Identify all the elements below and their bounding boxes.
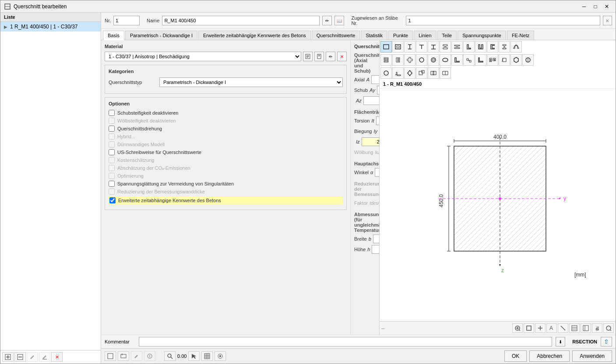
opt-checkbox-9[interactable]	[109, 181, 115, 187]
bottom-btn-snap[interactable]	[215, 351, 226, 361]
apply-button[interactable]: Anwenden	[572, 350, 612, 362]
bottom-btn-3[interactable]	[131, 351, 142, 361]
bottom-btn-cursor[interactable]	[188, 351, 200, 361]
maximize-button[interactable]: □	[590, 2, 601, 11]
cs-winkel-input[interactable]	[375, 168, 379, 177]
cs-axial-input[interactable]	[371, 75, 379, 84]
cs-breite-input[interactable]	[373, 234, 379, 243]
preview-tool-8[interactable]: 🖨	[592, 323, 602, 333]
assigned-input[interactable]	[406, 16, 600, 25]
shape-btn-hex[interactable]	[510, 54, 522, 66]
shape-btn-ring[interactable]	[428, 54, 439, 66]
bottom-btn-zoom[interactable]	[164, 351, 176, 361]
preview-tool-6[interactable]	[569, 323, 580, 333]
shape-btn-r2[interactable]	[416, 67, 427, 79]
shape-btn-z2[interactable]	[463, 54, 475, 66]
preview-tool-3[interactable]	[535, 323, 546, 333]
shape-btn-rect-hollow[interactable]	[392, 41, 404, 52]
material-delete-btn[interactable]: ✕	[337, 52, 347, 61]
shape-btn-t2[interactable]	[428, 41, 439, 52]
shape-btn-i2[interactable]	[440, 41, 451, 52]
opt-checkbox-2[interactable]	[109, 126, 115, 132]
shape-btn-i[interactable]	[404, 41, 415, 52]
shape-btn-r4[interactable]	[440, 67, 451, 79]
shape-btn-i3[interactable]	[451, 41, 463, 52]
shape-btn-trapez[interactable]	[499, 54, 510, 66]
shape-btn-circ3[interactable]	[380, 67, 392, 79]
shape-btn-circ2[interactable]	[522, 54, 534, 66]
bottom-btn-grid[interactable]	[201, 351, 213, 361]
ok-button[interactable]: OK	[504, 350, 527, 362]
tab-basis[interactable]: Basis	[103, 31, 124, 40]
shape-btn-u2[interactable]	[487, 54, 498, 66]
tab-erweiterte[interactable]: Erweiterte zeitabhängige Kennwerte des B…	[198, 31, 311, 40]
opt-checkbox-11[interactable]	[109, 197, 116, 203]
opt-checkbox-5[interactable]	[109, 149, 115, 155]
assigned-btn[interactable]: ✕	[603, 16, 612, 25]
tab-statistik[interactable]: Statistik	[361, 31, 387, 40]
tab-querschnittswerte[interactable]: Querschnittswerte	[312, 31, 360, 40]
opt-checkbox-8[interactable]	[109, 173, 115, 179]
tab-punkte[interactable]: Punkte	[388, 31, 413, 40]
tab-parametrisch[interactable]: Parametrisch - Dickwandige I	[125, 31, 197, 40]
cat-querschnittstyp-select[interactable]: Parametrisch - Dickwandige I	[159, 77, 343, 87]
shape-btn-rect[interactable]	[380, 41, 392, 52]
bottom-btn-4[interactable]	[144, 351, 155, 361]
sidebar-delete-btn[interactable]: ✕	[51, 352, 63, 362]
preview-tool-2[interactable]	[524, 323, 534, 333]
tab-fe-netz[interactable]: FE-Netz	[507, 31, 534, 40]
opt-checkbox-1[interactable]	[109, 118, 115, 124]
kommentar-input[interactable]	[139, 337, 552, 346]
cs-hoehe-input[interactable]	[372, 245, 379, 254]
sidebar-edit-btn2[interactable]	[39, 352, 50, 362]
shape-btn-i4[interactable]	[380, 54, 392, 66]
shape-btn-dia[interactable]	[404, 67, 415, 79]
opt-checkbox-7[interactable]	[109, 165, 115, 171]
close-button[interactable]: ✕	[602, 2, 612, 11]
cancel-button[interactable]: Abbrechen	[529, 350, 570, 362]
sidebar-edit-btn1[interactable]	[27, 352, 38, 362]
minimize-button[interactable]: ─	[579, 2, 589, 11]
shape-btn-ellipse[interactable]	[440, 54, 451, 66]
opt-checkbox-4[interactable]	[109, 141, 115, 147]
preview-tool-9[interactable]	[603, 323, 614, 333]
tab-linien[interactable]: Linien	[414, 31, 436, 40]
shape-btn-l2[interactable]	[451, 54, 463, 66]
sidebar-new-btn1[interactable]	[2, 352, 14, 362]
kommentar-expand-btn[interactable]: ⬇	[556, 337, 565, 346]
preview-tool-1[interactable]	[512, 323, 523, 333]
tab-teile[interactable]: Teile	[437, 31, 457, 40]
cs-torsion-input[interactable]	[376, 116, 379, 125]
bottom-btn-1[interactable]	[105, 351, 116, 361]
shape-btn-e[interactable]	[392, 54, 404, 66]
sidebar-item[interactable]: ▶ 1 R_M1 400/450 | 1 - C30/37	[0, 22, 101, 32]
shape-btn-r3[interactable]	[428, 67, 439, 79]
preview-tool-5[interactable]	[558, 323, 568, 333]
nr-input[interactable]	[113, 16, 140, 25]
shape-btn-t[interactable]	[416, 41, 427, 52]
shape-btn-l3[interactable]	[475, 54, 486, 66]
material-select[interactable]: 1 - C30/37 | Anisotrop | Beschädigung	[105, 52, 301, 61]
name-input[interactable]	[162, 16, 320, 25]
shape-btn-l[interactable]	[463, 41, 475, 52]
shape-btn-c[interactable]	[487, 41, 498, 52]
preview-tool-4[interactable]: A	[546, 323, 557, 333]
cs-az-input[interactable]	[363, 96, 379, 105]
preview-tool-7[interactable]	[581, 323, 591, 333]
opt-checkbox-6[interactable]	[109, 157, 115, 163]
cs-iz-input[interactable]	[362, 137, 379, 146]
tab-spannungspunkte[interactable]: Spannungspunkte	[458, 31, 506, 40]
bottom-btn-2[interactable]	[118, 351, 129, 361]
shape-btn-cross[interactable]	[404, 54, 415, 66]
shape-btn-u[interactable]	[475, 41, 486, 52]
shape-btn-hat[interactable]	[510, 41, 522, 52]
opt-checkbox-0[interactable]	[109, 110, 115, 116]
sidebar-new-btn2[interactable]	[14, 352, 26, 362]
rsection-btn[interactable]: ⇧	[601, 337, 612, 346]
shape-btn-circle[interactable]	[416, 54, 427, 66]
opt-checkbox-3[interactable]	[109, 133, 115, 140]
material-edit-btn[interactable]: ✏	[326, 52, 335, 61]
name-book-btn[interactable]: 📖	[334, 16, 344, 25]
opt-checkbox-10[interactable]	[109, 189, 115, 195]
material-book-btn[interactable]	[303, 52, 313, 61]
